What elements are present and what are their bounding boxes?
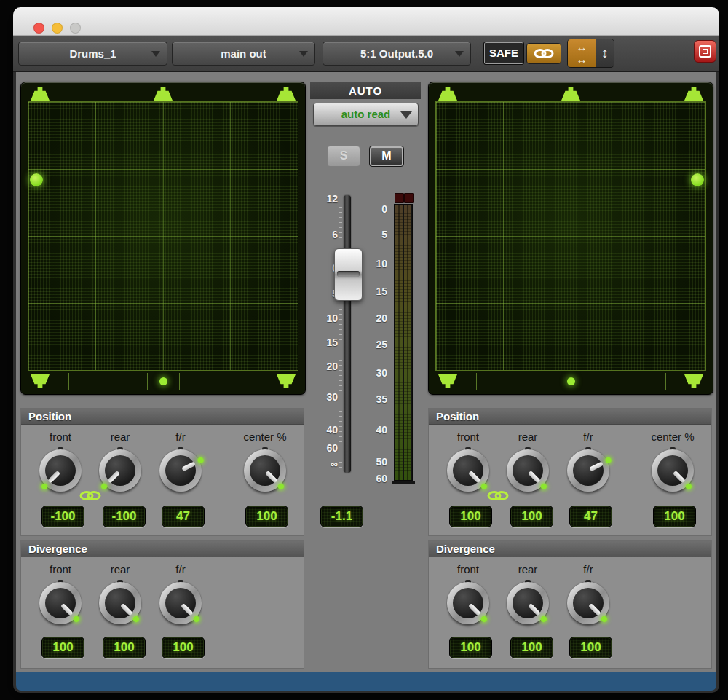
front-rear-value-display[interactable]: 47	[162, 506, 205, 527]
front-speakers-row	[435, 84, 706, 101]
center-indicator-dot	[159, 377, 167, 385]
close-button[interactable]	[33, 23, 44, 34]
fader-scale-label: 6	[314, 229, 338, 240]
front-rear-value-display[interactable]: 47	[569, 506, 612, 527]
center-percent-knob[interactable]	[651, 449, 695, 492]
pan-field[interactable]	[435, 101, 706, 371]
automation-mode-value: auto read	[341, 108, 391, 120]
fader-scale-label: 40	[314, 424, 338, 436]
rear-speakers-row	[435, 371, 706, 392]
front-rear-divergence-knob[interactable]	[159, 581, 202, 625]
front-position-knob[interactable]	[39, 449, 82, 492]
fader-scale-label: 20	[314, 361, 338, 372]
speaker-icon-rear-right	[684, 374, 703, 388]
front-rear-link-icon[interactable]	[79, 490, 102, 501]
speaker-icon-rear-right	[277, 374, 296, 388]
meter-scale-label: 0	[367, 203, 387, 215]
knob-led	[72, 615, 80, 623]
pan-puck[interactable]	[691, 173, 704, 186]
target-icon	[699, 45, 711, 58]
track-selector-value: Drums_1	[69, 47, 116, 60]
title-bar	[13, 7, 719, 36]
volume-readout[interactable]: -1.1	[320, 506, 363, 527]
front-rear-position-knob[interactable]	[566, 449, 610, 492]
minimize-button[interactable]	[52, 23, 63, 34]
center-percent-value-display[interactable]: 100	[653, 506, 696, 527]
link-button[interactable]	[526, 43, 561, 64]
output-selector-dropdown[interactable]: main out	[172, 42, 315, 66]
pan-linkage-buttons: ↔↔ ↕	[567, 39, 614, 68]
knob-led	[40, 482, 48, 490]
speaker-icon-front-right	[684, 87, 703, 101]
clip-led-right[interactable]	[404, 193, 414, 203]
front-divergence-display[interactable]: 100	[41, 637, 84, 658]
knob-led	[197, 457, 205, 465]
rear-divergence-knob[interactable]	[98, 581, 142, 625]
meter-bar-left	[395, 205, 403, 480]
meter-scale-label: 15	[367, 286, 387, 297]
fader-scale-label: 12	[314, 193, 338, 205]
pan-field[interactable]	[28, 101, 298, 371]
center-percent-knob[interactable]	[243, 449, 287, 492]
front-speakers-row	[28, 84, 298, 101]
rear-divergence-knob[interactable]	[506, 581, 550, 625]
knob-led	[192, 615, 200, 623]
front-divergence-knob[interactable]	[446, 581, 490, 625]
front-rear-link-icon[interactable]	[486, 490, 510, 501]
pan-puck[interactable]	[30, 173, 43, 186]
path-selector-value: 5:1 Output.5.0	[360, 47, 433, 60]
safe-button[interactable]: SAFE	[483, 42, 524, 65]
front-rear-link-button[interactable]: ↔↔	[568, 39, 596, 67]
front-value-display[interactable]: -100	[41, 506, 84, 527]
track-selector-dropdown[interactable]: Drums_1	[18, 42, 167, 66]
fader-scale-label: 60	[314, 442, 338, 454]
front-rear-divergence-display[interactable]: 100	[162, 637, 205, 658]
front-divergence-display[interactable]: 100	[449, 637, 492, 658]
front-value-display[interactable]: 100	[449, 506, 492, 527]
automation-mode-dropdown[interactable]: auto read	[313, 103, 419, 126]
chain-link-icon	[533, 48, 555, 59]
volume-fader-track[interactable]	[344, 195, 351, 473]
chevron-down-icon	[455, 51, 464, 57]
knob-led	[684, 482, 692, 490]
rear-value-display[interactable]: -100	[103, 506, 146, 527]
meter-scale-label: 20	[367, 312, 387, 324]
plugin-target-button[interactable]	[694, 40, 716, 63]
rear-value-display[interactable]: 100	[510, 506, 553, 527]
meter-scale-label: 40	[367, 424, 387, 436]
knob-led	[539, 482, 547, 490]
front-rear-divergence-display[interactable]: 100	[569, 637, 612, 658]
panel-header: Divergence	[429, 541, 711, 557]
rear-divergence-display[interactable]: 100	[510, 637, 553, 658]
front-position-knob[interactable]	[446, 449, 490, 492]
front-rear-divergence-knob[interactable]	[566, 581, 610, 625]
pan-grid-right[interactable]	[428, 82, 713, 395]
fader-scale-label: ∞	[314, 458, 338, 470]
rear-divergence-display[interactable]: 100	[103, 637, 146, 658]
knob-led	[480, 615, 488, 623]
divergence-panel-left: Divergence front rear f/r 100 100 100	[20, 540, 304, 669]
rear-position-knob[interactable]	[506, 449, 550, 492]
rear-position-knob[interactable]	[98, 449, 142, 492]
center-percent-value-display[interactable]: 100	[245, 506, 288, 527]
path-selector-dropdown[interactable]: 5:1 Output.5.0	[323, 42, 471, 66]
divergence-panel-right: Divergence front rear f/r 100 100 100	[428, 540, 712, 669]
meter-scale-label: 5	[367, 229, 387, 240]
speaker-icon-rear-left	[31, 374, 50, 388]
volume-fader-cap[interactable]	[334, 248, 363, 301]
center-indicator-dot	[567, 377, 575, 385]
meter-scale-label: 10	[367, 258, 387, 270]
pan-grid-left[interactable]	[20, 82, 306, 395]
meter-base	[392, 481, 415, 484]
solo-button[interactable]: S	[327, 146, 360, 167]
knob-led	[480, 482, 488, 490]
meter-scale-label: 50	[367, 456, 387, 468]
clip-led-left[interactable]	[395, 193, 404, 203]
fader-tick-ruler	[339, 197, 342, 471]
front-rear-position-knob[interactable]	[159, 449, 202, 492]
chevron-down-icon	[299, 51, 308, 57]
front-divergence-knob[interactable]	[39, 581, 82, 625]
auto-section-header: AUTO	[310, 82, 421, 99]
mute-button[interactable]: M	[369, 146, 404, 167]
front-rear-inverse-button[interactable]: ↕	[596, 39, 614, 67]
